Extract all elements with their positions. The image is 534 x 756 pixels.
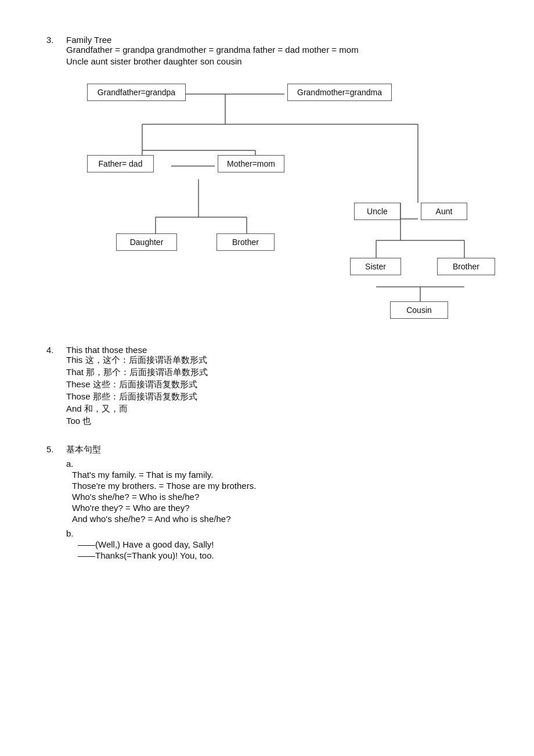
sentence-a: Who's she/he? = Who is she/he? <box>72 492 488 502</box>
section5: 5. 基本句型 a. That's my family. = That is m… <box>46 444 488 560</box>
section4-items: This 这，这个：后面接谓语单数形式That 那，那个：后面接谓语单数形式Th… <box>66 355 488 427</box>
section5-title: 基本句型 <box>66 444 101 455</box>
section4-item: That 那，那个：后面接谓语单数形式 <box>66 367 488 378</box>
section4-number: 4. <box>46 345 60 355</box>
grandfather-box: Grandfather=grandpa <box>87 84 186 101</box>
sentence-a: Those're my brothers. = Those are my bro… <box>72 481 488 491</box>
section4-item: This 这，这个：后面接谓语单数形式 <box>66 355 488 366</box>
aunt-box: Aunt <box>421 203 467 220</box>
cousin-box: Cousin <box>390 301 448 319</box>
section4-item: Too 也 <box>66 416 488 427</box>
mother-box: Mother=mom <box>218 155 284 172</box>
brother-right-box: Brother <box>437 258 495 275</box>
section4-title: This that those these <box>66 345 147 355</box>
section4-item: These 这些：后面接谓语复数形式 <box>66 379 488 390</box>
uncle-box: Uncle <box>354 203 400 220</box>
dialogue-line: ——(Well,) Have a good day, Sally! <box>78 539 488 549</box>
dialogue-line: ——Thanks(=Thank you)! You, too. <box>78 550 488 560</box>
brother-left-box: Brother <box>217 233 275 251</box>
sentence-a: And who's she/he? = And who is she/he? <box>72 514 488 524</box>
section4-item: Those 那些：后面接谓语复数形式 <box>66 391 488 402</box>
grandmother-box: Grandmother=grandma <box>287 84 392 101</box>
tree-lines <box>58 78 499 322</box>
section5-label-a: a. <box>66 459 488 469</box>
section3: 3. Family Tree Grandfather = grandpa gra… <box>46 35 488 322</box>
section3-title: Family Tree <box>66 35 111 45</box>
sentence-a: Who're they? = Who are they? <box>72 503 488 513</box>
section3-number: 3. <box>46 35 60 45</box>
sister-box: Sister <box>350 258 401 275</box>
vocab-line2: Uncle aunt sister brother daughter son c… <box>66 56 488 66</box>
sentence-a: That's my family. = That is my family. <box>72 470 488 480</box>
section5-dialogues: ——(Well,) Have a good day, Sally!——Thank… <box>66 539 488 560</box>
father-box: Father= dad <box>87 155 154 172</box>
section5-number: 5. <box>46 444 60 454</box>
vocab-line1: Grandfather = grandpa grandmother = gran… <box>66 45 488 55</box>
daughter-box: Daughter <box>116 233 177 251</box>
section5-sentences-a: That's my family. = That is my family.Th… <box>66 470 488 524</box>
section4-item: And 和，又，而 <box>66 404 488 415</box>
section4: 4. This that those these This 这，这个：后面接谓语… <box>46 345 488 427</box>
section5-label-b: b. <box>66 528 488 538</box>
family-tree: Grandfather=grandpa Grandmother=grandma … <box>58 78 499 322</box>
